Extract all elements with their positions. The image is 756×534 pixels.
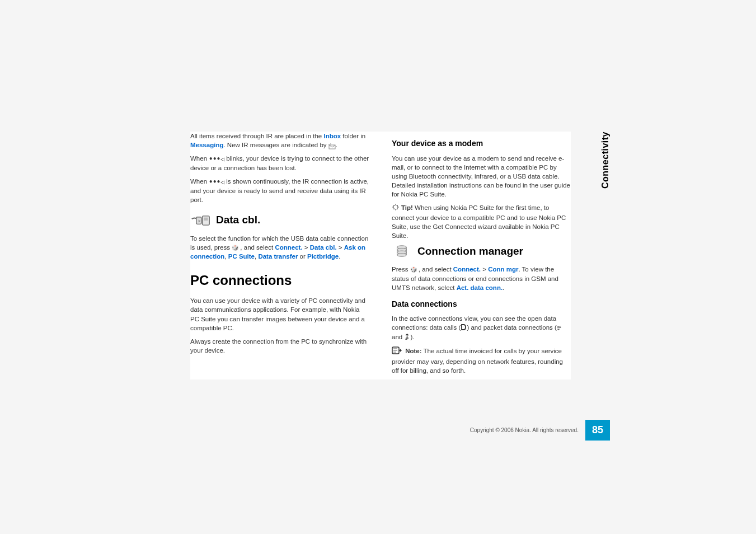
menu-key-icon: 🎲 xyxy=(410,266,417,274)
text: , and select xyxy=(238,244,275,251)
inbox-link: Inbox xyxy=(323,133,341,139)
text: > xyxy=(303,244,310,251)
text: > xyxy=(481,266,488,273)
text: When xyxy=(190,178,209,185)
left-column: All items received through IR are placed… xyxy=(190,132,372,380)
document-page: All items received through IR are placed… xyxy=(190,132,571,380)
text: , and select xyxy=(417,266,453,273)
connection-manager-icon xyxy=(392,243,412,259)
page-number: 85 xyxy=(585,420,610,441)
connect-link: Connect. xyxy=(275,244,302,251)
packet-3g-icon: 3G xyxy=(557,324,564,332)
text: When xyxy=(190,155,209,162)
data-transfer-link: Data transfer xyxy=(258,253,298,260)
tip-label: Tip! xyxy=(401,204,413,211)
heading-text: Data cbl. xyxy=(216,213,260,228)
ir-blink-paragraph: When •••◁ blinks, your device is trying … xyxy=(190,154,369,172)
act-data-conn-link: Act. data conn. xyxy=(457,284,503,291)
pc-sync-paragraph: Always create the connection from the PC… xyxy=(190,337,369,355)
connection-manager-heading: Connection manager xyxy=(392,243,571,259)
data-connections-heading: Data connections xyxy=(392,299,571,310)
data-cbl-heading: Data cbl. xyxy=(190,213,369,228)
conn-mgr-paragraph: Press 🎲 , and select Connect. > Conn mgr… xyxy=(392,265,571,292)
text: ). xyxy=(410,334,414,340)
menu-key-icon: 🎲 xyxy=(232,244,238,252)
right-column: Your device as a modem You can use your … xyxy=(389,132,571,380)
text: . xyxy=(339,253,340,260)
text: All items received through IR are placed… xyxy=(190,133,323,139)
section-tab: Connectivity xyxy=(600,132,611,189)
text: and xyxy=(392,334,404,340)
tip-text: When using Nokia PC Suite for the first … xyxy=(392,204,566,239)
modem-heading: Your device as a modem xyxy=(392,138,571,149)
ir-message-icon xyxy=(328,143,336,149)
svg-rect-3 xyxy=(204,217,208,220)
ir-indicator-icon: •••◁ xyxy=(209,177,224,186)
note-icon xyxy=(392,346,402,357)
text: . xyxy=(503,284,504,291)
svg-text:3G: 3G xyxy=(557,325,561,329)
ir-continuous-paragraph: When •••◁ is shown continuously, the IR … xyxy=(190,177,369,204)
data-cable-icon xyxy=(190,213,210,228)
text: or xyxy=(298,253,307,260)
note-label: Note: xyxy=(405,348,421,354)
tip-block: Tip! When using Nokia PC Suite for the f… xyxy=(392,203,571,240)
pc-suite-link: PC Suite xyxy=(228,253,255,260)
pictbridge-link: Pictbridge xyxy=(307,253,339,260)
pc-connectivity-paragraph: You can use your device with a variety o… xyxy=(190,296,369,332)
heading-text: Connection manager xyxy=(417,244,523,259)
note-block: Note: The actual time invoiced for calls… xyxy=(392,346,571,374)
data-connections-paragraph: In the active connections view, you can … xyxy=(392,314,571,342)
text: > xyxy=(337,244,344,251)
data-cbl-paragraph: To select the function for which the USB… xyxy=(190,234,369,261)
page-footer: Copyright © 2006 Nokia. All rights reser… xyxy=(190,420,610,441)
data-cbl-link: Data cbl. xyxy=(310,244,337,251)
connect-link: Connect. xyxy=(453,266,481,273)
text: ) and packet data connections ( xyxy=(467,324,556,331)
copyright-text: Copyright © 2006 Nokia. All rights reser… xyxy=(470,427,579,433)
svg-point-8 xyxy=(397,254,407,257)
ir-indicator-icon: •••◁ xyxy=(209,154,224,163)
text: . xyxy=(336,142,337,148)
text: folder in xyxy=(341,133,365,139)
packet-gprs-icon xyxy=(404,333,410,342)
tip-icon xyxy=(392,203,400,213)
ir-inbox-paragraph: All items received through IR are placed… xyxy=(190,132,369,149)
data-call-d-icon xyxy=(461,324,467,332)
text: Press xyxy=(392,266,410,273)
conn-mgr-link: Conn mgr xyxy=(488,266,518,273)
messaging-link: Messaging xyxy=(190,142,223,148)
text: . New IR messages are indicated by xyxy=(223,142,328,148)
modem-paragraph: You can use your device as a modem to se… xyxy=(392,154,571,199)
pc-connections-heading: PC connections xyxy=(190,271,369,290)
